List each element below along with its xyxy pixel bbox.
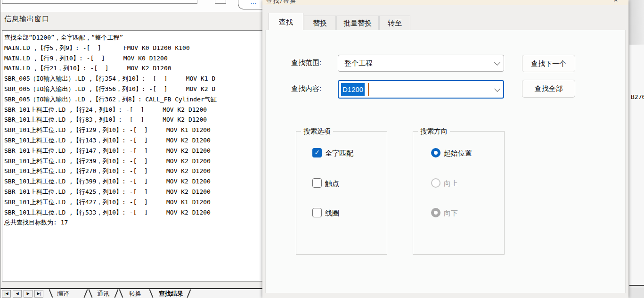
find-scope-select[interactable]: 整个工程	[338, 55, 504, 72]
tab-comm[interactable]: 通讯	[97, 290, 109, 298]
list-item[interactable]: SBR_101上料工位.LD ,【行399，列10】: -[ ] MOV K2 …	[4, 176, 262, 187]
whole-word-label: 全字匹配	[325, 149, 353, 158]
tab-replace[interactable]: 替换	[304, 16, 336, 30]
output-list[interactable]: 查找全部“D1200”，全字匹配，“整个工程” MAIN.LD ,【行5，列9】…	[2, 30, 262, 281]
tab-edge	[119, 289, 123, 298]
search-up-label: 向上	[444, 179, 458, 188]
close-icon[interactable]: ✕	[613, 0, 618, 3]
list-item[interactable]: MAIN.LD ,【行9，列10】: -[ ] MOV K0 D1200	[4, 53, 262, 64]
search-direction-group: 搜索方向 起始位置 向上 向下	[413, 131, 505, 255]
text-caret	[368, 83, 369, 96]
list-item[interactable]: 查找全部“D1200”，全字匹配，“整个工程”	[4, 33, 262, 43]
prev-page-button[interactable]: ◀	[13, 290, 22, 298]
panel-border	[0, 0, 1, 298]
search-down-label: 向下	[444, 209, 458, 218]
output-tab-bar: |◀ ◀ ▶ ▶| 编译 通讯 转换 查找结果	[0, 289, 262, 298]
list-item[interactable]: SBR_101上料工位.LD ,【行533，列10】: -[ ] MOV K2 …	[4, 207, 262, 218]
search-down-radio	[431, 208, 440, 217]
output-lines: 查找全部“D1200”，全字匹配，“整个工程” MAIN.LD ,【行5，列9】…	[4, 33, 262, 228]
find-content-input[interactable]: D1200	[338, 80, 504, 99]
toolbar-fragment: ...	[0, 0, 262, 12]
info-output-panel: ... 信息输出窗口 查找全部“D1200”，全字匹配，“整个工程” MAIN.…	[0, 0, 262, 298]
search-options-group: 搜索选项 ✓ 全字匹配 触点 线圈	[296, 131, 387, 255]
list-item[interactable]: MAIN.LD ,【行5，列9】: -[ ] FMOV K0 D1200 K10…	[4, 43, 262, 53]
dialog-title: 查找/替换	[266, 0, 297, 5]
contact-checkbox[interactable]	[312, 178, 322, 188]
tab-edge	[149, 289, 153, 298]
list-item[interactable]: SBR_005（IO输入输出）.LD ,【行356，列10】: -[ ] MOV…	[4, 84, 262, 94]
tab-compile[interactable]: 编译	[57, 290, 69, 298]
find-content-label: 查找内容:	[291, 84, 321, 93]
selected-text: D1200	[341, 83, 365, 96]
tab-convert[interactable]: 转换	[129, 290, 141, 298]
list-item[interactable]: SBR_005（IO输入输出）.LD ,【行362，列8】: CALL_FB C…	[4, 94, 262, 105]
coil-checkbox[interactable]	[312, 208, 322, 217]
last-page-button[interactable]: ▶|	[34, 290, 43, 298]
toolbar-button-fragment[interactable]	[215, 0, 226, 4]
list-item[interactable]: SBR_101上料工位.LD ,【行83，列10】: -[ ] MOV K2 D…	[4, 115, 262, 125]
list-item[interactable]: SBR_101上料工位.LD ,【行425，列10】: -[ ] MOV K2 …	[4, 187, 262, 197]
background-editor-strip: B270	[629, 0, 644, 298]
list-item[interactable]: SBR_101上料工位.LD ,【行239，列10】: -[ ] MOV K2 …	[4, 156, 262, 166]
find-replace-dialog: 查找/替换 ✕ 查找 替换 批量替换 转至 查找范围: 整个工程 查找下一个 查…	[262, 0, 628, 298]
list-item[interactable]: MAIN.LD ,【行21，列10】: -[ ] MOV K2 D1200	[4, 63, 262, 74]
search-up-radio	[431, 178, 440, 188]
next-page-button[interactable]: ▶	[24, 290, 33, 298]
background-toolbar	[629, 0, 644, 45]
find-tab-panel: 查找范围: 整个工程 查找下一个 查找内容: D1200 查找全部 搜索选项 ✓…	[265, 30, 626, 293]
dialog-titlebar[interactable]: 查找/替换 ✕	[262, 0, 628, 5]
start-position-radio[interactable]	[431, 148, 440, 157]
list-item[interactable]: SBR_101上料工位.LD ,【行143，列10】: -[ ] MOV K2 …	[4, 135, 262, 146]
tab-goto[interactable]: 转至	[379, 16, 410, 30]
search-options-title: 搜索选项	[301, 127, 333, 136]
coil-label: 线圈	[325, 209, 339, 218]
list-item[interactable]: SBR_101上料工位.LD ,【行147，列10】: -[ ] MOV K2 …	[4, 146, 262, 156]
list-item[interactable]: SBR_005（IO输入输出）.LD ,【行354，列10】: -[ ] MOV…	[4, 74, 262, 84]
list-item[interactable]: SBR_101上料工位.LD ,【行270，列10】: -[ ] MOV K2 …	[4, 166, 262, 176]
toolbar-input-fragment[interactable]	[2, 0, 197, 4]
tab-find-results[interactable]: 查找结果	[159, 290, 183, 298]
chevron-down-icon	[494, 86, 500, 92]
find-scope-label: 查找范围:	[291, 58, 321, 67]
tab-edge	[187, 289, 191, 298]
first-page-button[interactable]: |◀	[2, 290, 11, 298]
tab-batch-replace[interactable]: 批量替换	[336, 16, 379, 30]
divider	[629, 285, 644, 286]
panel-title: 信息输出窗口	[4, 15, 49, 24]
contact-label: 触点	[325, 179, 339, 188]
list-item[interactable]: SBR_101上料工位.LD ,【行427，列10】: -[ ] MOV K1 …	[4, 197, 262, 207]
background-statusbar	[629, 287, 644, 298]
tab-edge	[88, 289, 92, 298]
divider	[629, 45, 644, 45]
tab-edge	[83, 289, 88, 298]
list-item[interactable]: SBR_101上料工位.LD ,【行129，列10】: -[ ] MOV K1 …	[4, 125, 262, 135]
list-item[interactable]: 总共查找目标数为: 17	[4, 217, 262, 228]
start-position-label: 起始位置	[444, 149, 472, 158]
find-next-button[interactable]: 查找下一个	[522, 55, 575, 72]
ladder-label-fragment: B270	[631, 93, 644, 100]
tab-find[interactable]: 查找	[269, 13, 303, 30]
tab-edge	[49, 289, 53, 298]
ellipsis-icon: ...	[251, 0, 257, 6]
find-scope-value: 整个工程	[338, 55, 504, 71]
whole-word-checkbox[interactable]: ✓	[312, 148, 322, 157]
list-item[interactable]: SBR_101上料工位.LD ,【行24，列10】: -[ ] MOV K2 D…	[4, 105, 262, 115]
tab-edge	[114, 289, 118, 298]
find-all-button[interactable]: 查找全部	[522, 80, 575, 98]
search-direction-title: 搜索方向	[418, 127, 450, 136]
